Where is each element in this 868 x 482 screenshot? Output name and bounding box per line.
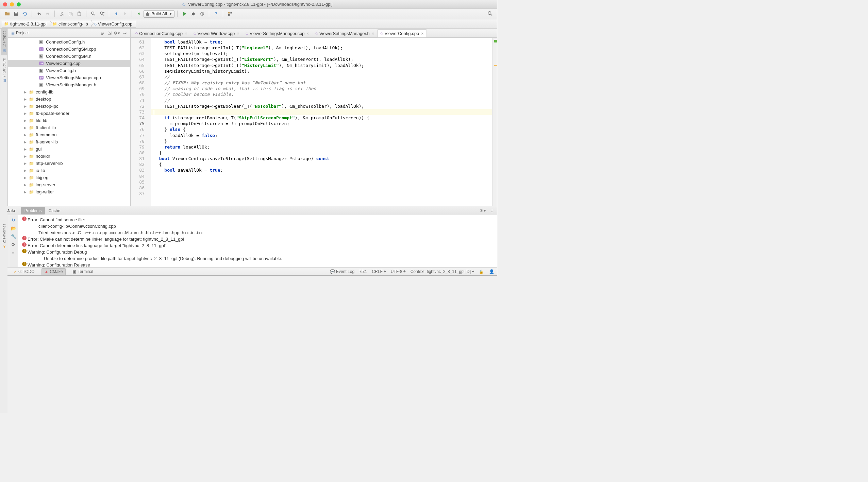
code-line[interactable]: loadAllOk = false; — [151, 133, 492, 138]
redo-icon[interactable] — [44, 10, 52, 18]
event-log[interactable]: 💬 Event Log — [330, 269, 354, 274]
forward-icon[interactable] — [121, 10, 129, 18]
tree-folder[interactable]: gui — [8, 145, 130, 153]
tree-folder[interactable]: ft-common — [8, 131, 130, 138]
stop-config-icon[interactable] — [198, 10, 206, 18]
tree-folder[interactable]: file-lib — [8, 117, 130, 124]
tab-cache[interactable]: Cache — [45, 207, 64, 214]
titlebar[interactable]: ◇ ViewerConfig.cpp - tightvnc-2.8.11-gpl… — [0, 0, 497, 8]
tree-folder[interactable]: io-lib — [8, 167, 130, 174]
messages-list[interactable]: Error: Cannot find source file:client-co… — [18, 215, 497, 267]
crumb[interactable]: 📁client-config-lib — [50, 20, 92, 28]
code-area[interactable]: bool loadAllOk = true; TEST_FAIL(storage… — [151, 38, 492, 206]
expand-icon[interactable] — [24, 90, 28, 94]
tree-folder[interactable]: config-lib — [8, 88, 130, 96]
encoding[interactable]: UTF-8 ÷ — [391, 269, 406, 274]
tree-file[interactable]: ConnectionConfig.h — [8, 38, 130, 46]
gutter[interactable]: 6162636465666768697071727374757677787980… — [131, 38, 151, 206]
code-line[interactable]: TEST_FAIL(storage->getBoolean(_T("NoTool… — [151, 103, 492, 109]
line-separator[interactable]: CRLF ÷ — [372, 269, 386, 274]
code-line[interactable] — [151, 109, 492, 115]
tree-file[interactable]: ViewerConfig.cpp — [8, 60, 130, 67]
tab-project[interactable]: ▣ 1: Project — [1, 29, 7, 55]
maximize-icon[interactable] — [17, 2, 21, 6]
code-line[interactable]: return loadAllOk; — [151, 144, 492, 150]
expand-icon[interactable] — [24, 140, 28, 144]
build-config-icon[interactable] — [135, 10, 143, 18]
download-icon[interactable]: ⤓ — [489, 208, 495, 214]
tree-folder[interactable]: log-writer — [8, 188, 130, 195]
gear-icon[interactable]: ✻▾ — [114, 30, 120, 36]
tab-favorites[interactable]: ★ 2: Favorites — [1, 221, 7, 252]
structure-icon[interactable] — [226, 10, 234, 18]
message-row[interactable]: Error: Cannot determine link language fo… — [21, 242, 494, 249]
caret-position[interactable]: 75:1 — [359, 269, 367, 274]
code-line[interactable]: { — [151, 161, 492, 167]
undo-icon[interactable] — [35, 10, 43, 18]
tree-file[interactable]: ViewerSettingsManager.cpp — [8, 74, 130, 81]
refresh-icon[interactable] — [21, 10, 29, 18]
save-icon[interactable] — [12, 10, 20, 18]
code-line[interactable]: // meaning of code in what, that is this… — [151, 86, 492, 91]
folder-open-icon[interactable]: 📂 — [10, 225, 17, 231]
build-target-selector[interactable]: Build All ▼ — [144, 10, 174, 18]
help-icon[interactable]: ? — [212, 10, 220, 18]
wrench-icon[interactable]: 🔧 — [10, 233, 17, 240]
expand-icon[interactable] — [24, 162, 28, 165]
message-row[interactable]: Unable to determine product file path fo… — [21, 255, 494, 262]
tab-structure[interactable]: ◧ 7: Structure — [1, 55, 7, 86]
warning-mark[interactable] — [494, 65, 497, 66]
tree-folder[interactable]: desktop-ipc — [8, 103, 130, 110]
restart-icon[interactable]: ⟳ — [10, 241, 17, 248]
tab-terminal[interactable]: ▣Terminal — [70, 269, 96, 274]
debug-icon[interactable] — [189, 10, 197, 18]
expand-icon[interactable] — [24, 183, 28, 187]
tree-folder[interactable]: log-server — [8, 181, 130, 188]
code-line[interactable]: bool saveAllOk = true; — [151, 167, 492, 173]
context-selector[interactable]: Context: tightvnc_2_8_11_gpl [D] ÷ — [411, 269, 474, 274]
search-icon[interactable] — [486, 10, 494, 18]
find-icon[interactable] — [89, 10, 97, 18]
code-line[interactable]: // FIXME: Why registry entry has "NoTool… — [151, 80, 492, 86]
expand-icon[interactable] — [24, 126, 28, 130]
code-line[interactable]: } else { — [151, 126, 492, 132]
editor-tab[interactable]: ◇ViewerSettingsManager.cpp× — [243, 29, 312, 37]
collapse-icon[interactable]: ⇲ — [106, 30, 113, 36]
inspector-icon[interactable]: 👤 — [489, 269, 494, 274]
code-line[interactable]: setLogLevel(m_logLevel); — [151, 51, 492, 56]
tab-todo[interactable]: ✓6: TODO — [11, 269, 37, 274]
tree-file[interactable]: ViewerConfig.h — [8, 67, 130, 74]
expand-icon[interactable] — [24, 112, 28, 115]
expand-icon[interactable] — [24, 148, 28, 151]
code-line[interactable]: // — [151, 74, 492, 80]
expand-icon[interactable] — [24, 98, 28, 101]
code-line[interactable]: TEST_FAIL(storage->getInt(_T("HistoryLim… — [151, 63, 492, 68]
expand-icon[interactable] — [24, 176, 28, 179]
close-icon[interactable]: × — [185, 31, 187, 36]
gear-icon[interactable]: ✻▾ — [480, 208, 486, 214]
code-line[interactable]: TEST_FAIL(storage->getInt(_T("ListenPort… — [151, 56, 492, 62]
close-icon[interactable]: × — [237, 31, 239, 36]
expand-icon[interactable] — [24, 119, 28, 122]
code-line[interactable]: setHistoryLimit(m_historyLimit); — [151, 68, 492, 74]
editor-tab[interactable]: ◇ViewerConfig.cpp× — [377, 29, 427, 37]
copy-icon[interactable] — [66, 10, 74, 18]
run-icon[interactable] — [180, 10, 188, 18]
tree-file[interactable]: ConnectionConfigSM.cpp — [8, 46, 130, 53]
tab-cmake[interactable]: ▲CMake — [41, 268, 66, 275]
code-line[interactable]: TEST_FAIL(storage->getInt(_T("LogLevel")… — [151, 45, 492, 51]
close-icon[interactable] — [3, 2, 7, 6]
message-row[interactable]: Warning: Configuration Release — [21, 262, 494, 267]
back-icon[interactable] — [112, 10, 120, 18]
project-tree[interactable]: ConnectionConfig.hConnectionConfigSM.cpp… — [8, 38, 130, 206]
code-line[interactable]: // — [151, 98, 492, 103]
editor-marks-strip[interactable] — [492, 38, 497, 206]
cut-icon[interactable] — [57, 10, 66, 18]
tree-folder[interactable]: hookldr — [8, 153, 130, 160]
editor-tab[interactable]: ◇ViewerWindow.cpp× — [190, 29, 243, 37]
tree-file[interactable]: ViewerSettingsManager.h — [8, 81, 130, 88]
message-row[interactable]: client-config-lib/ConnewctionConfig.cpp — [21, 223, 494, 229]
editor-tab[interactable]: ◇ConnectionConfig.cpp× — [132, 29, 190, 37]
more-icon[interactable]: » — [10, 249, 17, 256]
tab-problems[interactable]: Problems — [21, 207, 45, 214]
